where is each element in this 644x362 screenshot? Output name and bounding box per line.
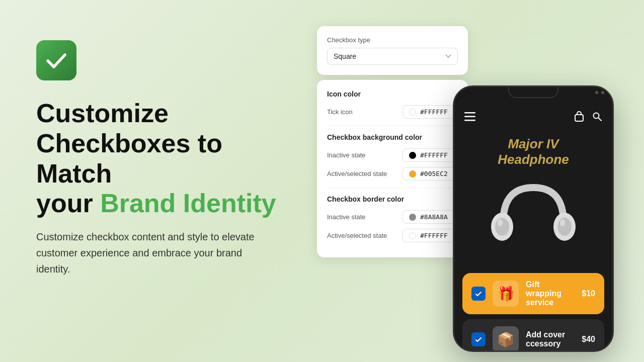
gift-icon-box: 🎁 <box>493 281 519 307</box>
active-bg-label: Active/selected state <box>327 170 387 177</box>
inactive-bg-row: Inactive state #FFFFFF <box>327 148 458 162</box>
addon-checkbox-gift[interactable] <box>471 287 486 301</box>
product-title-line1: Major IV <box>508 136 558 151</box>
headline-brand: Brand Identity <box>100 189 276 218</box>
logo-icon <box>36 40 76 80</box>
addon-cover-name: Add cover ccessory <box>526 330 575 348</box>
cover-icon-box: 📦 <box>493 326 519 352</box>
active-border-value: #FFFFFF <box>420 232 448 239</box>
svg-line-5 <box>598 118 601 121</box>
inactive-bg-swatch[interactable]: #FFFFFF <box>403 148 458 162</box>
inactive-bg-label: Inactive state <box>327 151 366 159</box>
status-dot-2 <box>601 91 604 94</box>
product-title-line2: Headphone <box>498 152 569 167</box>
inactive-border-value: #8A8A8A <box>420 213 448 221</box>
headline: Customize Checkboxes to Match your Brand… <box>36 99 298 219</box>
inactive-border-dot <box>409 214 416 221</box>
addon-card-cover: 📦 Add cover ccessory $40 <box>462 319 604 352</box>
active-border-label: Active/selected state <box>327 232 387 239</box>
product-title: Major IV Headphone <box>498 136 569 167</box>
phone-mockup: Major IV Headphone 🎁 Gift wrapping servi… <box>453 85 614 352</box>
panel-section: Checkbox type Square Round Icon color Ti… <box>317 26 468 257</box>
phone-nav <box>454 107 612 126</box>
tick-icon-row: Tick icon #FFFFFF <box>327 105 458 119</box>
bag-icon <box>574 111 584 122</box>
svg-rect-2 <box>464 120 475 121</box>
icon-color-title: Icon color <box>327 90 458 98</box>
inactive-bg-value: #FFFFFF <box>420 151 448 159</box>
headline-line3-plain: your <box>36 189 100 218</box>
svg-point-10 <box>498 219 503 226</box>
tick-icon-color-dot <box>409 109 416 116</box>
description: Customize checkbox content and style to … <box>36 229 263 277</box>
active-bg-swatch[interactable]: #005EC2 <box>403 167 458 180</box>
tick-icon-value: #FFFFFF <box>420 108 448 116</box>
inactive-bg-dot <box>409 152 416 159</box>
svg-point-7 <box>495 218 509 236</box>
inactive-border-label: Inactive state <box>327 213 366 221</box>
border-color-title: Checkbox border color <box>327 195 458 203</box>
addon-gift-price: $10 <box>582 289 595 298</box>
svg-rect-0 <box>464 112 475 114</box>
hamburger-icon <box>464 112 475 121</box>
divider1 <box>327 126 458 126</box>
phone-addon-area: 🎁 Gift wrapping service $10 📦 Add cover … <box>454 273 612 352</box>
divider2 <box>327 188 458 188</box>
headline-line2: Checkboxes to Match <box>36 129 222 188</box>
headphone-illustration <box>483 172 584 263</box>
checkbox-type-select[interactable]: Square Round <box>327 48 458 65</box>
status-dot-1 <box>595 91 598 94</box>
phone-notch <box>508 87 558 98</box>
svg-point-11 <box>560 219 565 226</box>
phone-notch-area <box>454 87 612 107</box>
active-border-row: Active/selected state #FFFFFF <box>327 229 458 242</box>
addon-checkbox-cover[interactable] <box>471 332 486 346</box>
tick-icon-swatch[interactable]: #FFFFFF <box>403 105 458 119</box>
phone-status-bar <box>595 91 604 94</box>
active-bg-value: #005EC2 <box>420 170 448 177</box>
bg-color-title: Checkbox background color <box>327 133 458 141</box>
active-bg-dot <box>409 170 416 177</box>
svg-rect-1 <box>464 116 475 118</box>
addon-gift-name: Gift wrapping service <box>526 280 575 307</box>
active-border-dot <box>409 232 416 239</box>
nav-icons <box>574 111 602 122</box>
addon-card-gift: 🎁 Gift wrapping service $10 <box>462 273 604 314</box>
search-icon <box>592 112 602 122</box>
checkbox-type-card: Checkbox type Square Round <box>317 26 468 75</box>
active-border-swatch[interactable]: #FFFFFF <box>403 229 458 242</box>
active-bg-row: Active/selected state #005EC2 <box>327 167 458 180</box>
headline-line1: Customize <box>36 99 169 128</box>
left-section: Customize Checkboxes to Match your Brand… <box>36 40 298 277</box>
inactive-border-row: Inactive state #8A8A8A <box>327 210 458 224</box>
checkbox-type-label: Checkbox type <box>327 36 458 44</box>
addon-cover-price: $40 <box>582 335 595 344</box>
inactive-border-swatch[interactable]: #8A8A8A <box>403 210 458 224</box>
product-area: Major IV Headphone <box>454 126 612 273</box>
svg-rect-3 <box>575 115 583 121</box>
tick-icon-label: Tick icon <box>327 108 353 116</box>
color-settings-card: Icon color Tick icon #FFFFFF Checkbox ba… <box>317 80 468 257</box>
svg-point-9 <box>557 218 572 236</box>
